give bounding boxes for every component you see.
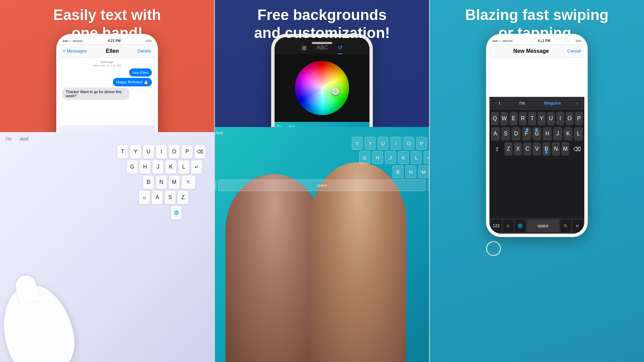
sk-Y[interactable]: Y <box>538 112 546 125</box>
p1-B[interactable]: B <box>143 175 154 189</box>
p1-row-4: ☺ A S Z <box>5 191 209 204</box>
nav-back-1[interactable]: < Messages <box>63 48 87 54</box>
p1-emoji[interactable]: ☺ <box>139 191 150 204</box>
sk-Z[interactable]: Z <box>504 142 512 156</box>
sk-O[interactable]: O <box>566 112 574 125</box>
sugg-expand[interactable]: ‹ <box>577 101 578 106</box>
sk-U[interactable]: U <box>547 112 555 125</box>
sugg-I[interactable]: I <box>496 101 504 106</box>
color-picker-dot[interactable] <box>332 88 339 95</box>
sk-G[interactable]: G <box>532 127 542 141</box>
p2b-U[interactable]: U <box>378 137 388 150</box>
sk-A[interactable]: A <box>491 127 500 141</box>
sk-J[interactable]: J <box>553 127 562 141</box>
p2b-space[interactable]: space <box>218 179 426 191</box>
sk-F[interactable]: F <box>522 127 531 141</box>
p2b-O[interactable]: O <box>403 137 414 150</box>
p1-bksp[interactable]: ⌫ <box>195 145 205 158</box>
sk-W[interactable]: W <box>500 112 508 125</box>
sk-N[interactable]: N <box>552 142 560 156</box>
sk-M[interactable]: M <box>561 142 569 156</box>
p2-big-keys-overlay: I'm And T Y U I O P ⌫ G H J K L <box>215 127 429 362</box>
sk-punct[interactable]: ?!, <box>560 220 571 232</box>
sk-I[interactable]: I <box>556 112 564 125</box>
p1-U[interactable]: U <box>143 145 154 158</box>
sk-L[interactable]: L <box>574 127 583 141</box>
p1-globe[interactable]: 🌐 <box>171 206 182 219</box>
p1-L[interactable]: L <box>178 160 189 174</box>
sk-K[interactable]: K <box>564 127 573 141</box>
p2b-P[interactable]: P <box>416 137 427 150</box>
p2b-M[interactable]: M <box>418 165 429 178</box>
p2b-G[interactable]: G <box>359 151 370 164</box>
sk-X[interactable]: X <box>514 142 522 156</box>
p1-I[interactable]: I <box>156 145 167 158</box>
nav-detail-1[interactable]: Details <box>138 48 151 54</box>
sugg-Im[interactable]: I'm <box>516 101 528 106</box>
panel-3-heading: Blazing fast swiping or tapping. <box>465 6 609 42</box>
p1-G[interactable]: G <box>127 160 138 174</box>
p2b-enter[interactable]: ↵ <box>424 151 429 164</box>
p2b-I[interactable]: I <box>390 137 401 150</box>
color-wheel-area <box>275 54 369 122</box>
sk-globe[interactable]: 🌐 <box>515 220 526 232</box>
p1-row-2: G H J K L ↵ <box>5 160 209 174</box>
p3-cancel[interactable]: Cancel <box>567 48 581 54</box>
sk-R[interactable]: R <box>519 112 527 125</box>
sk-Q[interactable]: Q <box>491 112 499 125</box>
sk-S[interactable]: S <box>501 127 510 141</box>
p1-enter[interactable]: ↵ <box>191 160 202 174</box>
sk-space[interactable]: space <box>527 220 559 232</box>
sk-E[interactable]: E <box>509 112 518 125</box>
p1-K[interactable]: K <box>165 160 176 174</box>
sk-return[interactable]: ↵ <box>572 220 583 232</box>
p2b-H[interactable]: H <box>372 151 383 164</box>
tab-refresh[interactable]: ↺ <box>338 44 342 54</box>
sk-T[interactable]: T <box>528 112 536 125</box>
p2b-T[interactable]: T <box>352 137 363 150</box>
p2b-J[interactable]: J <box>385 151 396 164</box>
sk-B[interactable]: B <box>542 142 550 156</box>
sk-V[interactable]: V <box>533 142 541 156</box>
p2b-K[interactable]: K <box>398 151 409 164</box>
p1-T[interactable]: T <box>117 145 128 158</box>
sk-del[interactable]: ⌫ <box>571 142 583 156</box>
phone-3-home[interactable] <box>486 241 501 256</box>
p2b-B[interactable]: B <box>393 165 403 178</box>
p2b-Y[interactable]: Y <box>365 137 376 150</box>
color-wheel[interactable] <box>295 61 349 115</box>
p1-J[interactable]: J <box>153 160 163 174</box>
p1-N[interactable]: N <box>156 175 167 189</box>
p1-O[interactable]: O <box>169 145 180 158</box>
phone-3-frame: ●●●○○ Verizon 4:21 PM 22% x New Message … <box>486 34 588 237</box>
p1-row-3: B N M ?!. <box>5 175 209 189</box>
sugg-maguire[interactable]: Maguire <box>541 101 564 106</box>
sk-D[interactable]: D <box>511 127 521 141</box>
p1-Z2[interactable]: Z <box>178 191 188 204</box>
sk-emoji[interactable]: ☺ <box>503 220 514 232</box>
p1-A2[interactable]: A <box>152 191 163 204</box>
sk-H[interactable]: H <box>543 127 552 141</box>
sk-shift[interactable]: ⇧ <box>491 142 503 156</box>
sk-C[interactable]: C <box>523 142 531 156</box>
swipe-suggestions: I I'm Maguire ‹ <box>489 97 584 110</box>
p1-P[interactable]: P <box>182 145 193 158</box>
sk-P[interactable]: P <box>575 112 583 125</box>
hint-im: I'm <box>5 136 12 142</box>
panel-1-big-kbd: I'm And T Y U I O P ⌫ G H J K <box>0 132 214 362</box>
swipe-row-1: Q W E R T Y U I O P <box>491 112 583 125</box>
tab-abc[interactable]: ABC <box>317 45 328 54</box>
p2b-N[interactable]: N <box>405 165 416 178</box>
p1-H[interactable]: H <box>140 160 150 174</box>
hand-finger <box>14 273 40 305</box>
p1-M[interactable]: M <box>169 175 180 189</box>
nav-title-1: Ellen <box>106 48 119 54</box>
p1-punct[interactable]: ?!. <box>182 175 195 189</box>
sk-123[interactable]: 123 <box>491 220 502 232</box>
p1-S2[interactable]: S <box>165 191 176 204</box>
p2b-L[interactable]: L <box>411 151 422 164</box>
p2b-globe2[interactable]: 🌐 <box>428 179 429 191</box>
p1-Y[interactable]: Y <box>130 145 141 158</box>
p2b-emoji2[interactable]: ☺ <box>215 179 216 191</box>
tab-grid[interactable]: ▦ <box>302 44 307 54</box>
